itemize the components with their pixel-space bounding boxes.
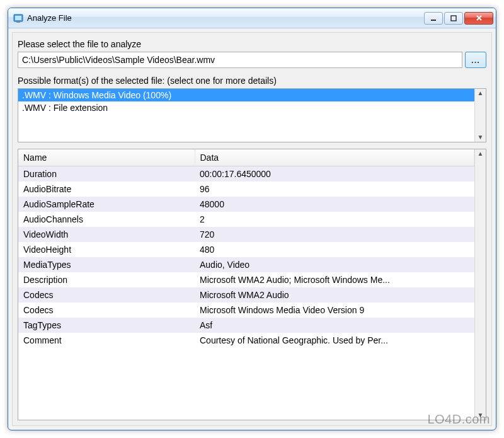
table-scrollbar[interactable]: ▲ ▼ <box>474 149 486 420</box>
table-row[interactable]: CodecsMicrosoft Windows Media Video Vers… <box>18 303 474 318</box>
titlebar[interactable]: Analyze File <box>8 8 496 28</box>
close-button[interactable] <box>464 12 493 25</box>
cell-name: Comment <box>18 333 195 348</box>
table-row[interactable]: AudioSampleRate48000 <box>18 197 474 212</box>
cell-name: VideoWidth <box>18 227 195 242</box>
formats-listbox[interactable]: .WMV : Windows Media Video (100%).WMV : … <box>18 88 486 142</box>
cell-data: 96 <box>195 182 474 197</box>
format-item[interactable]: .WMV : Windows Media Video (100%) <box>18 89 474 101</box>
cell-name: AudioSampleRate <box>18 197 195 212</box>
cell-name: VideoHeight <box>18 242 195 257</box>
cell-data: Microsoft WMA2 Audio <box>195 287 474 303</box>
formats-scrollbar[interactable]: ▲ ▼ <box>474 89 486 142</box>
table-row[interactable]: DescriptionMicrosoft WMA2 Audio; Microso… <box>18 272 474 287</box>
table-row[interactable]: Duration00:00:17.6450000 <box>18 166 474 182</box>
window-buttons <box>424 12 493 25</box>
cell-name: Codecs <box>18 287 195 303</box>
cell-data: Courtesy of National Geographic. Used by… <box>195 333 474 348</box>
details-table-wrap: Name Data Duration00:00:17.6450000AudioB… <box>18 149 486 420</box>
formats-label: Possible format(s) of the selected file:… <box>18 76 486 86</box>
table-header-row: Name Data <box>18 149 474 166</box>
minimize-button[interactable] <box>424 12 443 25</box>
cell-name: MediaTypes <box>18 257 195 272</box>
table-row[interactable]: CodecsMicrosoft WMA2 Audio <box>18 287 474 303</box>
svg-rect-2 <box>16 21 20 23</box>
column-header-data[interactable]: Data <box>195 149 474 166</box>
cell-name: Duration <box>18 166 195 182</box>
cell-data: 720 <box>195 227 474 242</box>
app-icon <box>13 13 23 23</box>
client-area: Please select the file to analyze ... Po… <box>12 32 492 426</box>
cell-data: Audio, Video <box>195 257 474 272</box>
cell-data: Microsoft Windows Media Video Version 9 <box>195 303 474 318</box>
cell-data: 480 <box>195 242 474 257</box>
column-header-name[interactable]: Name <box>18 149 195 166</box>
table-row[interactable]: AudioBitrate96 <box>18 182 474 197</box>
table-row[interactable]: TagTypesAsf <box>18 318 474 333</box>
table-row[interactable]: MediaTypesAudio, Video <box>18 257 474 272</box>
window-title: Analyze File <box>27 13 424 23</box>
svg-rect-4 <box>451 16 456 21</box>
cell-data: 2 <box>195 212 474 227</box>
select-file-label: Please select the file to analyze <box>18 39 486 49</box>
analyze-file-window: Analyze File Please select the file to a… <box>8 8 496 430</box>
browse-button[interactable]: ... <box>465 52 486 68</box>
cell-name: Codecs <box>18 303 195 318</box>
cell-data: 00:00:17.6450000 <box>195 166 474 182</box>
file-path-row: ... <box>18 52 486 68</box>
file-path-input[interactable] <box>18 52 462 68</box>
cell-name: Description <box>18 272 195 287</box>
table-row[interactable]: AudioChannels2 <box>18 212 474 227</box>
table-row[interactable]: VideoWidth720 <box>18 227 474 242</box>
format-item[interactable]: .WMV : File extension <box>18 101 474 114</box>
scroll-down-icon[interactable]: ▼ <box>478 134 484 141</box>
scroll-up-icon[interactable]: ▲ <box>478 90 484 96</box>
table-row[interactable]: CommentCourtesy of National Geographic. … <box>18 333 474 348</box>
svg-rect-3 <box>431 20 436 21</box>
cell-data: 48000 <box>195 197 474 212</box>
svg-rect-1 <box>15 16 21 20</box>
scroll-up-icon[interactable]: ▲ <box>478 151 484 157</box>
details-table: Name Data Duration00:00:17.6450000AudioB… <box>18 149 474 348</box>
cell-data: Asf <box>195 318 474 333</box>
cell-name: AudioChannels <box>18 212 195 227</box>
table-row[interactable]: VideoHeight480 <box>18 242 474 257</box>
cell-name: AudioBitrate <box>18 182 195 197</box>
scroll-down-icon[interactable]: ▼ <box>478 412 484 418</box>
cell-data: Microsoft WMA2 Audio; Microsoft Windows … <box>195 272 474 287</box>
cell-name: TagTypes <box>18 318 195 333</box>
maximize-button[interactable] <box>444 12 463 25</box>
